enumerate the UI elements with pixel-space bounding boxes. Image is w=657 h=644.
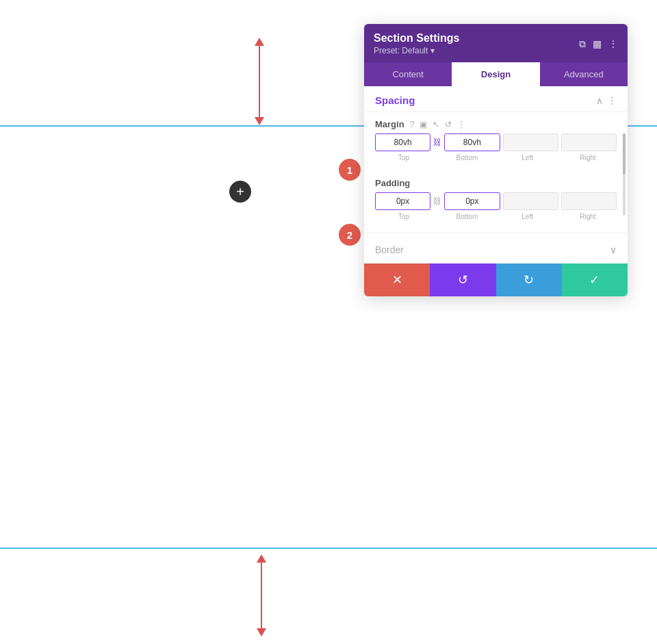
padding-left-label: Left bbox=[499, 213, 556, 220]
panel-body: Spacing ∧ ⋮ Margin ? ▣ ↖ ↺ ⋮ ⛓ bbox=[364, 86, 628, 263]
section-settings-panel: Section Settings Preset: Default ▾ ⧉ ▦ ⋮… bbox=[364, 24, 628, 296]
arrow-line-top bbox=[259, 46, 260, 117]
panel-scrollbar-thumb[interactable] bbox=[623, 133, 626, 175]
step-badge-2: 2 bbox=[339, 224, 361, 246]
panel-header: Section Settings Preset: Default ▾ ⧉ ▦ ⋮ bbox=[364, 24, 628, 62]
margin-right-input[interactable] bbox=[561, 133, 617, 151]
panel-divider bbox=[364, 233, 628, 233]
panel-preset[interactable]: Preset: Default ▾ bbox=[374, 46, 459, 55]
panel-title-area: Section Settings Preset: Default ▾ bbox=[374, 32, 459, 55]
padding-label-row: Padding bbox=[375, 178, 617, 188]
top-resize-arrow[interactable] bbox=[255, 38, 264, 125]
padding-right-label: Right bbox=[559, 213, 617, 220]
undo-icon: ↺ bbox=[458, 272, 468, 287]
padding-inputs: ⛓ bbox=[375, 192, 617, 210]
margin-help-icon[interactable]: ? bbox=[410, 120, 415, 129]
panel-tabs: Content Design Advanced bbox=[364, 62, 628, 86]
more-options-icon[interactable]: ⋮ bbox=[608, 38, 618, 49]
margin-block: Margin ? ▣ ↖ ↺ ⋮ ⛓ Top Bottom Left Right bbox=[364, 112, 628, 171]
arrow-head-up-icon-2 bbox=[257, 554, 266, 563]
margin-label-row: Margin ? ▣ ↖ ↺ ⋮ bbox=[375, 119, 617, 129]
cancel-button[interactable]: ✕ bbox=[364, 263, 430, 296]
tab-advanced[interactable]: Advanced bbox=[540, 62, 628, 86]
margin-bottom-input[interactable] bbox=[444, 133, 500, 151]
padding-bottom-input[interactable] bbox=[444, 192, 500, 210]
section-header-right: ∧ ⋮ bbox=[596, 95, 617, 106]
collapse-icon[interactable]: ∧ bbox=[596, 95, 603, 106]
redo-button[interactable]: ↻ bbox=[496, 263, 562, 296]
arrow-head-up-icon bbox=[255, 38, 264, 46]
blue-line-bottom bbox=[0, 548, 657, 549]
margin-left-input[interactable] bbox=[503, 133, 558, 151]
panel-footer: ✕ ↺ ↻ ✓ bbox=[364, 263, 628, 296]
padding-left-input[interactable] bbox=[503, 192, 558, 210]
margin-reset-icon[interactable]: ↺ bbox=[445, 120, 452, 129]
panel-title: Section Settings bbox=[374, 32, 459, 44]
border-label: Border bbox=[375, 244, 404, 255]
redo-icon: ↻ bbox=[524, 272, 534, 287]
margin-top-label: Top bbox=[375, 154, 433, 162]
padding-col-labels: Top Bottom Left Right bbox=[375, 213, 617, 220]
margin-left-label: Left bbox=[499, 154, 556, 162]
add-section-button[interactable]: + bbox=[229, 181, 251, 203]
border-chevron-icon[interactable]: ∨ bbox=[610, 244, 617, 255]
margin-more-icon[interactable]: ⋮ bbox=[457, 120, 465, 129]
margin-right-label: Right bbox=[559, 154, 617, 162]
spacing-section-header: Spacing ∧ ⋮ bbox=[364, 86, 628, 112]
margin-device-icon[interactable]: ▣ bbox=[420, 120, 427, 129]
padding-bottom-label: Bottom bbox=[438, 213, 495, 220]
padding-top-input[interactable] bbox=[375, 192, 430, 210]
arrow-line-bottom bbox=[261, 563, 262, 628]
arrow-head-down-icon-2 bbox=[257, 628, 266, 636]
padding-label: Padding bbox=[375, 178, 410, 188]
margin-bottom-label: Bottom bbox=[438, 154, 495, 162]
bottom-resize-arrow[interactable] bbox=[257, 554, 266, 636]
tab-design[interactable]: Design bbox=[452, 62, 539, 86]
padding-right-input[interactable] bbox=[561, 192, 617, 210]
margin-inputs: ⛓ bbox=[375, 133, 617, 151]
undo-button[interactable]: ↺ bbox=[430, 263, 495, 296]
cancel-icon: ✕ bbox=[392, 272, 402, 287]
margin-label: Margin bbox=[375, 119, 404, 129]
padding-link-icon[interactable]: ⛓ bbox=[433, 196, 441, 206]
tab-content[interactable]: Content bbox=[364, 62, 452, 86]
panel-header-icons: ⧉ ▦ ⋮ bbox=[579, 38, 618, 50]
spacing-title: Spacing bbox=[375, 94, 415, 106]
padding-top-label: Top bbox=[375, 213, 433, 220]
margin-cursor-icon[interactable]: ↖ bbox=[433, 120, 439, 129]
padding-block: Padding ⛓ Top Bottom Left Right bbox=[364, 171, 628, 230]
panel-scrollbar[interactable] bbox=[623, 133, 626, 216]
save-icon: ✓ bbox=[589, 272, 600, 287]
border-section[interactable]: Border ∨ bbox=[364, 236, 628, 263]
save-button[interactable]: ✓ bbox=[562, 263, 628, 296]
arrow-head-down-icon bbox=[255, 117, 264, 125]
columns-icon[interactable]: ▦ bbox=[593, 38, 602, 49]
margin-top-input[interactable] bbox=[375, 133, 430, 151]
margin-link-icon[interactable]: ⛓ bbox=[433, 138, 441, 147]
margin-col-labels: Top Bottom Left Right bbox=[375, 154, 617, 162]
section-more-icon[interactable]: ⋮ bbox=[607, 95, 617, 106]
step-badge-1: 1 bbox=[339, 159, 361, 181]
copy-icon[interactable]: ⧉ bbox=[579, 38, 586, 50]
